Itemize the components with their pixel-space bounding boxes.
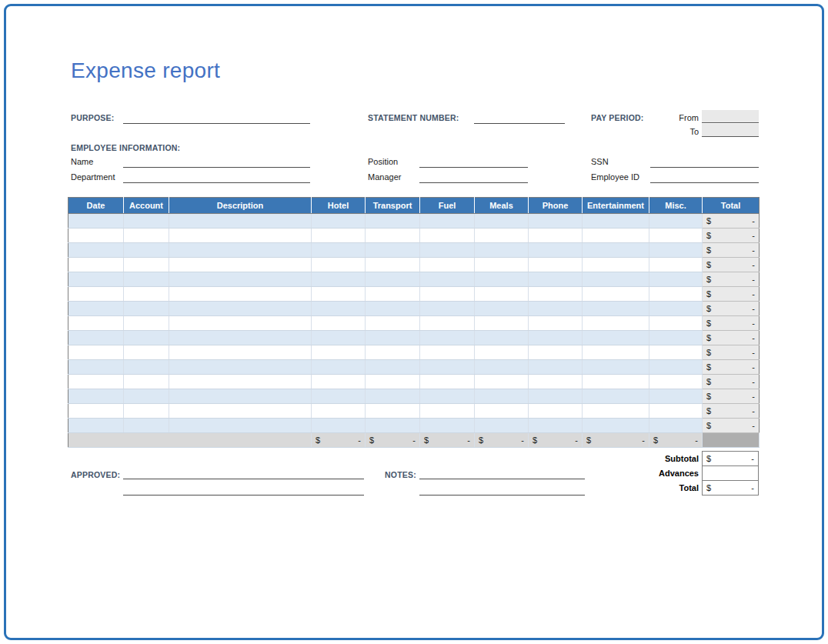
expense-cell-description[interactable] xyxy=(169,229,312,243)
advances-cell[interactable] xyxy=(702,465,759,481)
expense-cell-entertainment[interactable] xyxy=(583,345,649,360)
expense-cell-account[interactable] xyxy=(124,287,169,302)
expense-cell-description[interactable] xyxy=(169,258,312,272)
expense-cell-fuel[interactable] xyxy=(420,389,475,404)
expense-cell-account[interactable] xyxy=(124,389,169,404)
expense-cell-misc[interactable] xyxy=(649,316,703,331)
expense-cell-date[interactable] xyxy=(68,287,124,302)
expense-cell-date[interactable] xyxy=(68,419,124,433)
name-input-line[interactable] xyxy=(123,167,310,168)
expense-cell-transport[interactable] xyxy=(366,302,420,316)
expense-cell-meals[interactable] xyxy=(475,360,529,375)
approved-signature-line-2[interactable] xyxy=(123,495,364,496)
expense-cell-fuel[interactable] xyxy=(420,258,475,272)
expense-cell-meals[interactable] xyxy=(475,404,529,419)
expense-cell-description[interactable] xyxy=(169,404,312,419)
expense-cell-entertainment[interactable] xyxy=(583,272,649,287)
expense-cell-meals[interactable] xyxy=(475,419,529,433)
expense-cell-date[interactable] xyxy=(68,375,124,389)
expense-cell-description[interactable] xyxy=(169,316,312,331)
expense-cell-phone[interactable] xyxy=(529,375,583,389)
expense-cell-transport[interactable] xyxy=(366,360,420,375)
expense-cell-fuel[interactable] xyxy=(420,419,475,433)
expense-cell-hotel[interactable] xyxy=(312,258,366,272)
expense-cell-phone[interactable] xyxy=(529,345,583,360)
expense-cell-meals[interactable] xyxy=(475,229,529,243)
expense-cell-entertainment[interactable] xyxy=(583,360,649,375)
expense-cell-hotel[interactable] xyxy=(312,302,366,316)
expense-cell-account[interactable] xyxy=(124,258,169,272)
expense-cell-fuel[interactable] xyxy=(420,331,475,345)
expense-cell-misc[interactable] xyxy=(649,331,703,345)
expense-cell-description[interactable] xyxy=(169,375,312,389)
expense-cell-misc[interactable] xyxy=(649,272,703,287)
expense-cell-hotel[interactable] xyxy=(312,360,366,375)
expense-cell-hotel[interactable] xyxy=(312,404,366,419)
expense-cell-fuel[interactable] xyxy=(420,302,475,316)
expense-cell-entertainment[interactable] xyxy=(583,214,649,229)
expense-cell-meals[interactable] xyxy=(475,375,529,389)
department-input-line[interactable] xyxy=(123,182,310,183)
expense-cell-description[interactable] xyxy=(169,345,312,360)
expense-cell-date[interactable] xyxy=(68,229,124,243)
purpose-input-line[interactable] xyxy=(123,123,310,124)
expense-cell-hotel[interactable] xyxy=(312,214,366,229)
expense-cell-transport[interactable] xyxy=(366,243,420,258)
expense-cell-fuel[interactable] xyxy=(420,360,475,375)
expense-cell-entertainment[interactable] xyxy=(583,229,649,243)
expense-cell-account[interactable] xyxy=(124,375,169,389)
expense-cell-fuel[interactable] xyxy=(420,404,475,419)
expense-cell-transport[interactable] xyxy=(366,229,420,243)
expense-cell-transport[interactable] xyxy=(366,375,420,389)
expense-cell-account[interactable] xyxy=(124,229,169,243)
expense-cell-phone[interactable] xyxy=(529,419,583,433)
expense-cell-misc[interactable] xyxy=(649,404,703,419)
expense-cell-description[interactable] xyxy=(169,214,312,229)
expense-cell-phone[interactable] xyxy=(529,287,583,302)
expense-cell-phone[interactable] xyxy=(529,229,583,243)
expense-cell-meals[interactable] xyxy=(475,272,529,287)
expense-cell-account[interactable] xyxy=(124,360,169,375)
expense-cell-account[interactable] xyxy=(124,214,169,229)
expense-cell-meals[interactable] xyxy=(475,389,529,404)
expense-cell-phone[interactable] xyxy=(529,331,583,345)
expense-cell-transport[interactable] xyxy=(366,214,420,229)
expense-cell-description[interactable] xyxy=(169,287,312,302)
expense-cell-hotel[interactable] xyxy=(312,419,366,433)
expense-cell-description[interactable] xyxy=(169,331,312,345)
expense-cell-transport[interactable] xyxy=(366,404,420,419)
expense-cell-transport[interactable] xyxy=(366,345,420,360)
expense-cell-misc[interactable] xyxy=(649,375,703,389)
position-input-line[interactable] xyxy=(419,167,528,168)
expense-cell-description[interactable] xyxy=(169,389,312,404)
expense-cell-misc[interactable] xyxy=(649,229,703,243)
expense-cell-phone[interactable] xyxy=(529,258,583,272)
approved-signature-line-1[interactable] xyxy=(123,479,364,479)
expense-cell-transport[interactable] xyxy=(366,287,420,302)
statement-number-input-line[interactable] xyxy=(474,123,565,124)
notes-line-2[interactable] xyxy=(419,495,585,496)
expense-cell-date[interactable] xyxy=(68,404,124,419)
expense-cell-fuel[interactable] xyxy=(420,214,475,229)
expense-cell-entertainment[interactable] xyxy=(583,243,649,258)
manager-input-line[interactable] xyxy=(419,182,528,183)
notes-line-1[interactable] xyxy=(419,479,585,479)
expense-cell-entertainment[interactable] xyxy=(583,404,649,419)
expense-cell-description[interactable] xyxy=(169,243,312,258)
to-date-field[interactable] xyxy=(702,124,759,137)
expense-cell-phone[interactable] xyxy=(529,316,583,331)
expense-cell-phone[interactable] xyxy=(529,404,583,419)
expense-cell-misc[interactable] xyxy=(649,360,703,375)
expense-cell-transport[interactable] xyxy=(366,389,420,404)
expense-cell-date[interactable] xyxy=(68,258,124,272)
expense-cell-date[interactable] xyxy=(68,214,124,229)
expense-cell-entertainment[interactable] xyxy=(583,419,649,433)
expense-cell-misc[interactable] xyxy=(649,287,703,302)
expense-cell-fuel[interactable] xyxy=(420,345,475,360)
expense-cell-phone[interactable] xyxy=(529,214,583,229)
expense-cell-phone[interactable] xyxy=(529,389,583,404)
expense-cell-date[interactable] xyxy=(68,243,124,258)
expense-cell-description[interactable] xyxy=(169,302,312,316)
expense-cell-hotel[interactable] xyxy=(312,243,366,258)
expense-cell-account[interactable] xyxy=(124,243,169,258)
